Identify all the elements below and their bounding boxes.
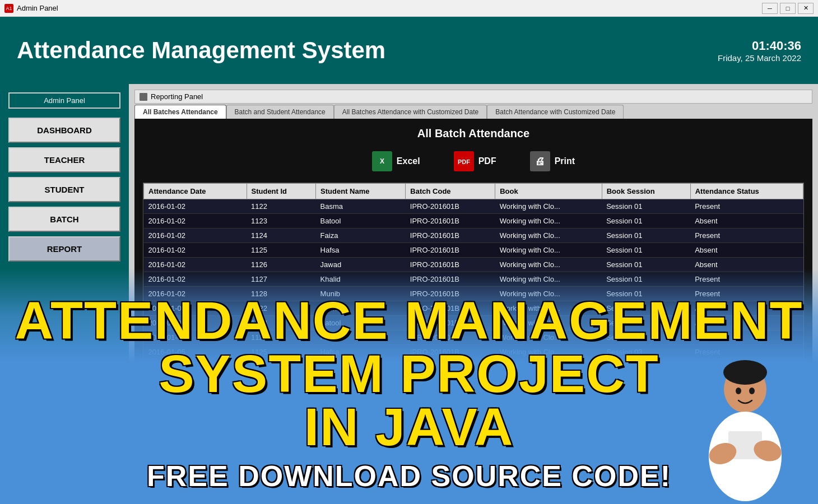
table-cell: Session 03: [602, 301, 690, 316]
table-cell: Working with Clo...: [495, 214, 602, 228]
table-cell: Hafsa: [316, 345, 406, 360]
close-button[interactable]: ✕: [798, 3, 814, 14]
table-cell: Absent: [690, 403, 803, 418]
panel-icon: [140, 93, 147, 101]
col-student-id: Student Id: [247, 184, 316, 199]
table-cell: Session 03: [602, 330, 690, 345]
table-cell: Hafsa: [316, 243, 406, 258]
table-cell: Munib: [316, 287, 406, 301]
table-cell: 1126: [247, 258, 316, 272]
export-buttons[interactable]: X Excel PDF PDF 🖨 Print: [143, 151, 804, 171]
exit-button[interactable]: EXIT: [8, 473, 120, 496]
table-row: 2016-01-071125HafsaIPRO-201601BIntegrati…: [144, 403, 803, 418]
table-cell: Absent: [690, 374, 803, 389]
excel-icon: X: [372, 151, 392, 171]
table-cell: 2016-01-02: [144, 258, 247, 272]
table-row: 2016-01-021125HafsaIPRO-201601BWorking w…: [144, 243, 803, 258]
table-cell: IPRO-201601B: [406, 272, 495, 287]
table-cell: Faiza: [316, 228, 406, 243]
table-cell: 2016-01-05: [144, 301, 247, 316]
table-row: 2016-01-051122BasmaIPRO-201601BWorking w…: [144, 301, 803, 316]
table-cell: Working with Clo...: [495, 374, 602, 389]
table-cell: Session 01: [602, 403, 690, 418]
table-cell: Working with Clo...: [495, 316, 602, 330]
table-cell: Working with Clo...: [495, 243, 602, 258]
table-cell: Session 03: [602, 345, 690, 360]
col-book-session: Book Session: [602, 184, 690, 199]
table-cell: 2016-01-05: [144, 316, 247, 330]
pdf-export-button[interactable]: PDF PDF: [454, 151, 496, 171]
report-heading: All Batch Attendance: [143, 127, 804, 140]
table-row: 2016-01-051126JawadIPRO-201601BWorking w…: [144, 360, 803, 374]
report-button[interactable]: REPORT: [8, 236, 120, 262]
table-cell: Present: [690, 199, 803, 214]
table-cell: 2016-01-02: [144, 214, 247, 228]
app-title: Attendance Management System: [17, 37, 385, 64]
table-cell: 2016-01-05: [144, 374, 247, 389]
table-cell: IPRO-201601B: [406, 258, 495, 272]
table-cell: 1122: [247, 199, 316, 214]
report-content: All Batch Attendance X Excel PDF PDF 🖨: [134, 119, 812, 498]
tab-all-batches-customized-date[interactable]: All Batches Attendance with Customized D…: [334, 105, 487, 119]
pdf-label: PDF: [478, 156, 496, 166]
main-area: Admin Panel DASHBOARD TEACHER STUDENT BA…: [0, 84, 818, 504]
table-cell: 2016-01-02: [144, 287, 247, 301]
table-cell: Present: [690, 272, 803, 287]
admin-panel-label: Admin Panel: [8, 92, 120, 109]
svg-text:X: X: [380, 157, 384, 165]
col-book: Book: [495, 184, 602, 199]
table-cell: 1125: [247, 243, 316, 258]
table-cell: Jawad: [316, 360, 406, 374]
table-cell: Working with Clo...: [495, 199, 602, 214]
dashboard-button[interactable]: DASHBOARD: [8, 118, 120, 143]
minimize-button[interactable]: ─: [762, 3, 778, 14]
table-cell: 1125: [247, 403, 316, 418]
header-time: 01:40:36 Friday, 25 March 2022: [718, 39, 801, 63]
table-cell: IPRO-201601B: [406, 360, 495, 374]
panel-title-bar: Reporting Panel: [134, 90, 812, 104]
student-button[interactable]: STUDENT: [8, 177, 120, 202]
table-row: 2016-01-021123BatoolIPRO-201601BWorking …: [144, 214, 803, 228]
svg-text:PDF: PDF: [458, 158, 470, 165]
tab-bar[interactable]: All Batches Attendance Batch and Student…: [134, 105, 812, 119]
table-cell: Khalid: [316, 374, 406, 389]
table-cell: Integrating Data...: [495, 389, 602, 403]
table-cell: Present: [690, 228, 803, 243]
table-cell: Present: [690, 345, 803, 360]
table-cell: IPRO-201601B: [406, 330, 495, 345]
table-body: 2016-01-021122BasmaIPRO-201601BWorking w…: [144, 199, 803, 418]
window-title: Admin Panel: [17, 4, 58, 12]
table-row: 2016-01-021127KhalidIPRO-201601BWorking …: [144, 272, 803, 287]
table-cell: 1125: [247, 345, 316, 360]
table-cell: 1124: [247, 389, 316, 403]
table-row: 2016-01-051125HafsaIPRO-201601BWorking w…: [144, 345, 803, 360]
reporting-area: Reporting Panel All Batches Attendance B…: [129, 84, 818, 504]
print-export-button[interactable]: 🖨 Print: [530, 151, 575, 171]
excel-export-button[interactable]: X Excel: [372, 151, 420, 171]
table-cell: 1123: [247, 316, 316, 330]
teacher-button[interactable]: TEACHER: [8, 147, 120, 172]
table-cell: Present: [690, 287, 803, 301]
table-cell: 1128: [247, 287, 316, 301]
window-controls[interactable]: ─ □ ✕: [762, 3, 814, 14]
table-cell: Absent: [690, 316, 803, 330]
table-cell: Session 03: [602, 374, 690, 389]
tab-batch-student-attendance[interactable]: Batch and Student Attendance: [226, 105, 334, 119]
attendance-table-wrapper[interactable]: Attendance Date Student Id Student Name …: [143, 183, 804, 490]
col-attendance-date: Attendance Date: [144, 184, 247, 199]
table-cell: Present: [690, 330, 803, 345]
table-cell: Absent: [690, 243, 803, 258]
tab-all-batches-attendance[interactable]: All Batches Attendance: [134, 105, 226, 119]
table-cell: Working with Clo...: [495, 360, 602, 374]
table-cell: IPRO-201601B: [406, 345, 495, 360]
batch-button[interactable]: BATCH: [8, 207, 120, 232]
table-cell: Working with Clo...: [495, 272, 602, 287]
table-cell: Session 01: [602, 389, 690, 403]
table-cell: 2016-01-02: [144, 228, 247, 243]
table-cell: 2016-01-05: [144, 360, 247, 374]
attendance-table: Attendance Date Student Id Student Name …: [143, 183, 803, 418]
table-cell: 1127: [247, 272, 316, 287]
maximize-button[interactable]: □: [780, 3, 796, 14]
table-cell: Jawad: [316, 258, 406, 272]
tab-batch-customized-date[interactable]: Batch Attendance with Customized Date: [487, 105, 624, 119]
